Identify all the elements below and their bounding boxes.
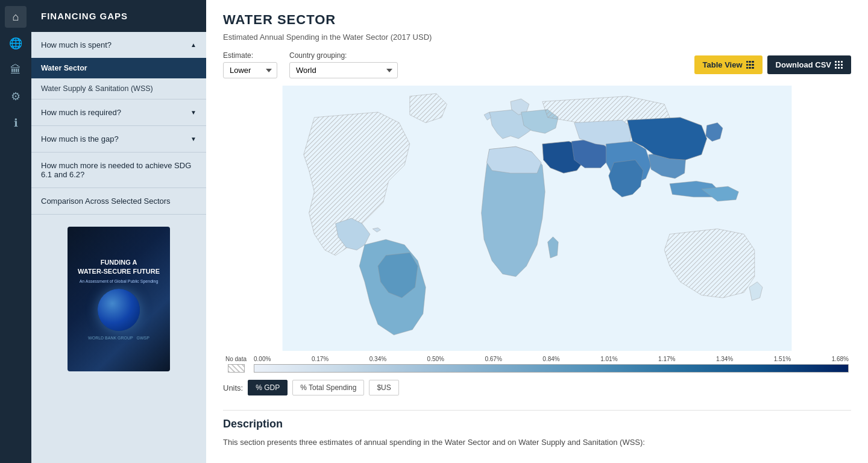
table-view-grid-icon [746, 61, 754, 69]
world-map-svg [223, 86, 851, 351]
book-cover-container: FUNDING AWATER-SECURE FUTURE An Assessme… [68, 227, 170, 371]
controls-right: Table View Download CSV [694, 55, 851, 74]
estimate-control: Estimate: Lower Upper Middle [223, 51, 277, 78]
legend-label-10: 1.68% [832, 356, 849, 362]
legend-label-3: 0.50% [427, 356, 444, 362]
units-label: Units: [223, 383, 243, 392]
table-view-label: Table View [703, 60, 743, 69]
home-icon[interactable]: ⌂ [5, 6, 27, 28]
sidebar-section-required: How much is required? ▼ [31, 99, 206, 126]
sidebar-item-sdg[interactable]: How much more is needed to achieve SDG 6… [31, 153, 206, 188]
unit-us-dollars-button[interactable]: $US [369, 380, 398, 395]
sidebar-section-label-required: How much is required? [41, 108, 121, 117]
legend-nodata: No data [225, 356, 247, 373]
legend-label-8: 1.34% [716, 356, 733, 362]
sidebar-title: FINANCING GAPS [31, 0, 206, 32]
legend-scale: 0.00% 0.17% 0.34% 0.50% 0.67% 0.84% 1.01… [254, 356, 849, 373]
building-icon[interactable]: 🏛 [5, 59, 27, 81]
controls-left: Estimate: Lower Upper Middle Country gro… [223, 51, 398, 78]
units-row: Units: % GDP % Total Spending $US [223, 380, 851, 395]
legend-label-7: 1.17% [658, 356, 675, 362]
unit-total-spending-button[interactable]: % Total Spending [292, 380, 364, 395]
description-title: Description [223, 418, 851, 430]
legend-row: No data 0.00% 0.17% 0.34% 0.50% 0.67% 0.… [223, 356, 851, 373]
description-text: This section presents three estimates of… [223, 436, 851, 449]
chevron-down-icon-required: ▼ [190, 109, 197, 116]
sidebar-section-label-spent: How much is spent? [41, 40, 112, 49]
world-map-container [223, 86, 851, 351]
download-csv-button[interactable]: Download CSV [767, 55, 851, 74]
country-grouping-control: Country grouping: World Low Income Middl… [289, 51, 398, 78]
sidebar-section-header-spent[interactable]: How much is spent? ▲ [31, 32, 206, 58]
download-csv-grid-icon [835, 61, 843, 69]
globe-icon[interactable]: 🌐 [5, 33, 27, 54]
legend-label-2: 0.34% [370, 356, 386, 362]
book-subtitle: An Assessment of Global Public Spending [80, 279, 159, 284]
legend-label-9: 1.51% [774, 356, 791, 362]
legend-labels: 0.00% 0.17% 0.34% 0.50% 0.67% 0.84% 1.01… [254, 356, 849, 362]
legend-label-6: 1.01% [600, 356, 617, 362]
legend-label-5: 0.84% [542, 356, 559, 362]
sidebar-section-label-gap: How much is the gap? [41, 134, 119, 143]
gear-icon[interactable]: ⚙ [5, 86, 27, 107]
table-view-button[interactable]: Table View [694, 55, 763, 74]
unit-gdp-button[interactable]: % GDP [248, 380, 288, 395]
controls-row: Estimate: Lower Upper Middle Country gro… [223, 51, 851, 78]
country-grouping-select[interactable]: World Low Income Middle Income High Inco… [289, 62, 398, 78]
book-logos: WORLD BANK GROUP GWSP [88, 336, 149, 340]
legend-gradient-bar [254, 364, 849, 373]
legend-label-0: 0.00% [254, 356, 271, 362]
country-grouping-label: Country grouping: [289, 51, 398, 60]
book-title: FUNDING AWATER-SECURE FUTURE [78, 258, 160, 277]
chevron-down-icon-gap: ▼ [190, 136, 197, 142]
sidebar-item-wss[interactable]: Water Supply & Sanitation (WSS) [31, 78, 206, 99]
sidebar: FINANCING GAPS How much is spent? ▲ Wate… [31, 0, 206, 463]
page-title: WATER SECTOR [223, 12, 851, 28]
estimate-select[interactable]: Lower Upper Middle [223, 62, 277, 78]
sidebar-section-spent: How much is spent? ▲ Water Sector Water … [31, 32, 206, 99]
legend-label-4: 0.67% [485, 356, 502, 362]
description-section: Description This section presents three … [223, 410, 851, 449]
legend-nodata-box [228, 364, 245, 373]
sidebar-section-header-gap[interactable]: How much is the gap? ▼ [31, 126, 206, 152]
sidebar-item-water-sector[interactable]: Water Sector [31, 58, 206, 78]
estimate-label: Estimate: [223, 51, 277, 60]
main-content: WATER SECTOR Estimated Annual Spending i… [206, 0, 868, 463]
page-subtitle: Estimated Annual Spending in the Water S… [223, 33, 851, 42]
legend-nodata-label: No data [225, 356, 247, 362]
sidebar-section-gap: How much is the gap? ▼ [31, 126, 206, 153]
sidebar-section-header-required[interactable]: How much is required? ▼ [31, 99, 206, 125]
icon-bar: ⌂ 🌐 🏛 ⚙ ℹ [0, 0, 31, 463]
legend-label-1: 0.17% [312, 356, 329, 362]
chevron-up-icon: ▲ [190, 42, 197, 48]
info-icon[interactable]: ℹ [5, 112, 27, 134]
sidebar-item-comparison[interactable]: Comparison Across Selected Sectors [31, 188, 206, 215]
book-globe-icon [98, 289, 140, 331]
download-csv-label: Download CSV [776, 60, 831, 69]
